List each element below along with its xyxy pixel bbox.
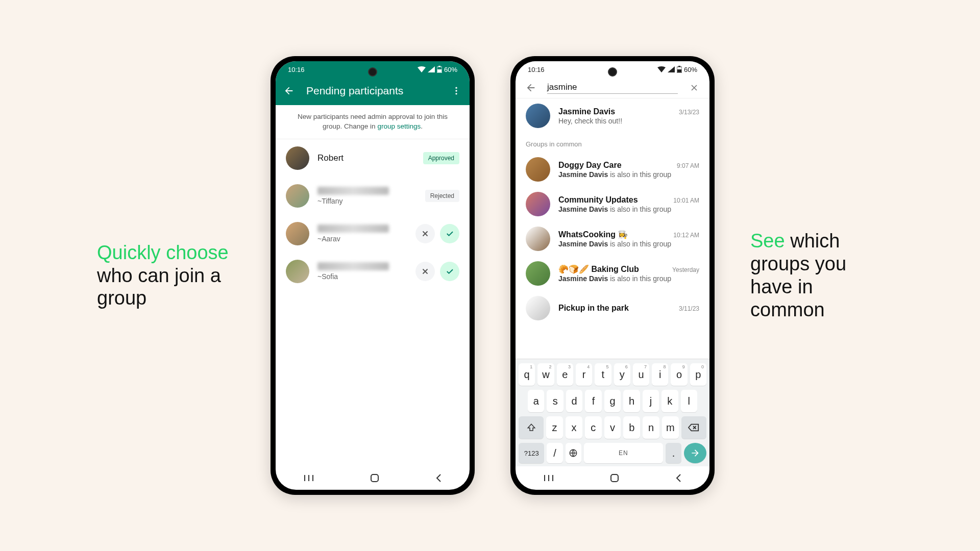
participant-row: Robert Approved <box>276 139 470 177</box>
reject-button[interactable] <box>415 224 435 243</box>
pending-header: Pending participants <box>276 78 470 105</box>
status-bar: 10:16 60% <box>276 61 470 78</box>
svg-rect-11 <box>611 474 618 482</box>
banner-text: New participants need admin approval to … <box>298 113 448 130</box>
status-bar: 10:16 60% <box>516 61 709 78</box>
group-row[interactable]: Pickup in the park3/11/23 <box>516 291 709 320</box>
language-key[interactable] <box>566 443 581 463</box>
avatar <box>286 260 309 283</box>
participant-list: Robert Approved ~Tiffany Rejected ~Aarav <box>276 139 470 466</box>
group-title: Pickup in the park <box>558 304 629 313</box>
keyboard: q1w2e3r4t5y6u7i8o9p0 asdfghjkl zxcvbnm ?… <box>516 359 709 466</box>
back-button[interactable] <box>283 85 295 97</box>
key-r[interactable]: r4 <box>576 363 592 386</box>
svg-rect-1 <box>438 66 440 67</box>
key-b[interactable]: b <box>623 416 640 439</box>
group-row[interactable]: Doggy Day Care9:07 AM Jasmine Davis is a… <box>516 152 709 187</box>
check-icon <box>445 267 454 276</box>
symbols-key[interactable]: ?123 <box>519 443 544 463</box>
nav-back-icon[interactable] <box>675 473 682 483</box>
search-back-button[interactable] <box>525 82 537 94</box>
chat-sub: Hey, check this out!! <box>558 117 699 125</box>
section-label: Groups in common <box>516 133 709 152</box>
key-d[interactable]: d <box>566 390 582 412</box>
group-row[interactable]: Community Updates10:01 AM Jasmine Davis … <box>516 187 709 221</box>
key-o[interactable]: o9 <box>671 363 687 386</box>
nav-back-icon[interactable] <box>435 473 442 483</box>
arrow-left-icon <box>525 82 536 93</box>
key-p[interactable]: p0 <box>690 363 706 386</box>
svg-rect-2 <box>437 69 442 72</box>
key-l[interactable]: l <box>681 390 697 412</box>
nav-recent-icon[interactable] <box>543 474 554 482</box>
caption-left-highlight: Quickly choose <box>97 242 229 263</box>
key-h[interactable]: h <box>623 390 640 412</box>
android-nav-bar <box>516 466 709 490</box>
reject-button[interactable] <box>415 262 435 281</box>
key-n[interactable]: n <box>643 416 659 439</box>
avatar <box>526 227 550 251</box>
group-time: 9:07 AM <box>677 162 699 169</box>
approve-button[interactable] <box>440 224 459 243</box>
rejected-badge: Rejected <box>425 190 459 202</box>
caption-left: Quickly choose who can join a group <box>97 241 235 310</box>
arrow-right-icon <box>690 448 700 458</box>
group-sub: Jasmine Davis is also in this group <box>558 170 699 179</box>
group-time: 10:01 AM <box>673 197 699 204</box>
battery-icon <box>437 66 442 73</box>
group-time: Yesterday <box>672 266 699 273</box>
key-x[interactable]: x <box>566 416 582 439</box>
backspace-key[interactable] <box>681 416 706 439</box>
key-s[interactable]: s <box>547 390 563 412</box>
svg-point-4 <box>455 90 457 91</box>
period-key[interactable]: . <box>666 443 681 463</box>
chat-row[interactable]: Jasmine Davis3/13/23 Hey, check this out… <box>516 98 709 133</box>
key-m[interactable]: m <box>662 416 679 439</box>
group-sub: Jasmine Davis is also in this group <box>558 205 699 213</box>
group-title: Doggy Day Care <box>558 161 622 170</box>
group-sub: Jasmine Davis is also in this group <box>558 274 699 283</box>
space-key[interactable]: EN <box>584 443 663 463</box>
shift-key[interactable] <box>519 416 544 439</box>
avatar <box>526 192 550 216</box>
key-c[interactable]: c <box>585 416 602 439</box>
key-y[interactable]: y6 <box>614 363 630 386</box>
key-e[interactable]: e3 <box>557 363 573 386</box>
chat-title: Jasmine Davis <box>558 107 615 116</box>
key-i[interactable]: i8 <box>652 363 668 386</box>
nav-home-icon[interactable] <box>610 473 619 483</box>
group-time: 3/11/23 <box>679 305 699 312</box>
group-settings-link[interactable]: group settings <box>377 122 421 130</box>
nav-recent-icon[interactable] <box>303 474 314 482</box>
approve-button[interactable] <box>440 262 459 281</box>
svg-point-3 <box>455 87 457 89</box>
participant-row: ~Aarav <box>276 215 470 253</box>
group-sub: Jasmine Davis is also in this group <box>558 240 699 248</box>
clear-search-button[interactable] <box>688 82 700 94</box>
status-battery-percent: 60% <box>444 66 457 73</box>
key-q[interactable]: q1 <box>519 363 535 386</box>
key-f[interactable]: f <box>585 390 601 412</box>
battery-icon <box>677 66 682 73</box>
enter-key[interactable] <box>684 443 706 463</box>
phone-pending-participants: 10:16 60% Pending participants New parti… <box>271 56 475 495</box>
blurred-phone-number <box>317 224 389 233</box>
key-u[interactable]: u7 <box>633 363 649 386</box>
key-k[interactable]: k <box>662 390 678 412</box>
participant-subname: ~Aarav <box>317 235 407 243</box>
slash-key[interactable]: / <box>547 443 562 463</box>
nav-home-icon[interactable] <box>370 473 379 483</box>
key-g[interactable]: g <box>604 390 621 412</box>
key-z[interactable]: z <box>546 416 563 439</box>
key-a[interactable]: a <box>528 390 544 412</box>
avatar <box>286 146 309 170</box>
check-icon <box>445 229 454 238</box>
search-input[interactable]: jasmine <box>547 82 678 94</box>
more-options-button[interactable] <box>450 85 462 97</box>
key-j[interactable]: j <box>643 390 659 412</box>
group-row[interactable]: WhatsCooking 👩‍🍳10:12 AM Jasmine Davis i… <box>516 221 709 256</box>
key-v[interactable]: v <box>604 416 621 439</box>
key-t[interactable]: t5 <box>595 363 611 386</box>
group-row[interactable]: 🥐🍞🥖 Baking ClubYesterday Jasmine Davis i… <box>516 256 709 291</box>
key-w[interactable]: w2 <box>537 363 554 386</box>
